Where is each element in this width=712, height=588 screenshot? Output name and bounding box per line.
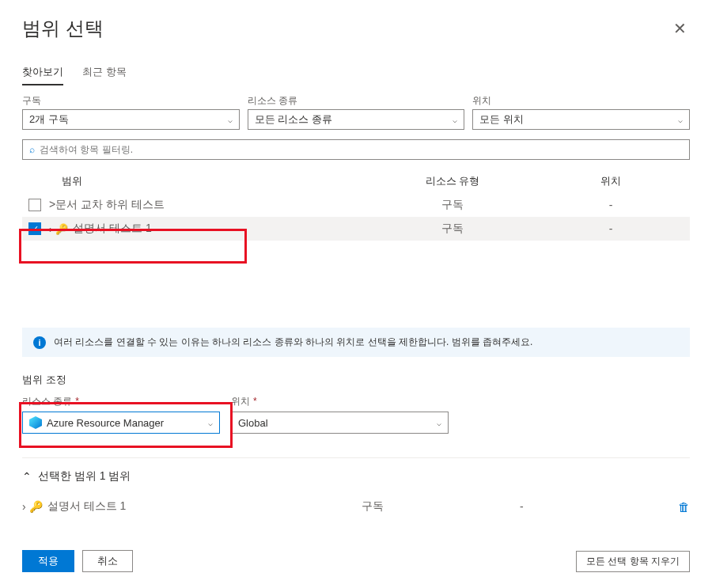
expand-icon[interactable]: › xyxy=(49,223,52,235)
clear-all-button[interactable]: 모든 선택 항목 지우기 xyxy=(576,551,690,572)
row-name: 설명서 테스트 1 xyxy=(73,222,373,236)
narrow-section-title: 범위 조정 xyxy=(22,373,690,387)
subscription-label: 구독 xyxy=(22,94,240,108)
narrow-location-value: Global xyxy=(238,417,432,429)
checkbox[interactable] xyxy=(28,199,41,211)
required-indicator: * xyxy=(75,396,79,407)
tabs: 찾아보기 최근 항목 xyxy=(22,65,690,86)
location-value: 모든 위치 xyxy=(479,112,524,127)
expand-icon[interactable]: › xyxy=(22,500,26,513)
tab-recent[interactable]: 최근 항목 xyxy=(82,65,127,85)
location-select[interactable]: 모든 위치 ⌵ xyxy=(472,109,690,130)
chevron-down-icon: ⌵ xyxy=(453,116,457,124)
info-bar: i 여러 리소스를 연결할 수 있는 이유는 하나의 리소스 종류와 하나의 위… xyxy=(22,328,690,357)
subscription-value: 2개 구독 xyxy=(29,112,69,127)
narrow-location-label: 위치* xyxy=(231,395,449,408)
header-type: 리소스 유형 xyxy=(373,174,532,188)
location-label: 위치 xyxy=(472,94,690,108)
search-icon: ⌕ xyxy=(29,144,35,155)
chevron-down-icon: ⌵ xyxy=(437,419,441,427)
arm-icon xyxy=(29,416,42,429)
close-icon[interactable]: ✕ xyxy=(670,16,690,41)
narrow-location-select[interactable]: Global ⌵ xyxy=(231,412,449,434)
key-icon: 🔑 xyxy=(55,223,68,235)
header-location: 위치 xyxy=(532,174,690,188)
search-input-container[interactable]: ⌕ xyxy=(22,139,690,160)
resourcetype-label: 리소스 종류 xyxy=(248,94,465,108)
header-scope: 범위 xyxy=(22,174,373,188)
narrow-resourcetype-select[interactable]: Azure Resource Manager ⌵ xyxy=(22,412,220,434)
table-row[interactable]: >문서 교차 하위 테스트 구독 - xyxy=(22,193,690,217)
info-icon: i xyxy=(33,336,46,349)
chevron-up-icon: ⌃ xyxy=(22,470,32,483)
selected-location: - xyxy=(520,500,678,513)
chevron-down-icon: ⌵ xyxy=(228,116,233,124)
selected-title: 선택한 범위 1 범위 xyxy=(38,469,131,484)
selected-type: 구독 xyxy=(362,499,520,514)
narrow-resourcetype-label: 리소스 종류* xyxy=(22,395,220,408)
tab-browse[interactable]: 찾아보기 xyxy=(22,65,63,85)
info-text: 여러 리소스를 연결할 수 있는 이유는 하나의 리소스 종류와 하나의 위치로… xyxy=(54,336,532,349)
selected-header[interactable]: ⌃ 선택한 범위 1 범위 xyxy=(22,469,690,484)
selected-name: 설명서 테스트 1 xyxy=(47,499,362,514)
row-name: >문서 교차 하위 테스트 xyxy=(49,198,373,212)
cancel-button[interactable]: 취소 xyxy=(82,550,133,572)
resourcetype-value: 모든 리소스 종류 xyxy=(255,112,332,127)
checkbox-checked[interactable]: ✓ xyxy=(28,222,41,235)
resourcetype-select[interactable]: 모든 리소스 종류 ⌵ xyxy=(248,109,465,130)
row-type: 구독 xyxy=(373,222,532,236)
apply-button[interactable]: 적용 xyxy=(22,550,74,572)
page-title: 범위 선택 xyxy=(22,16,104,41)
selected-row: › 🔑 설명서 테스트 1 구독 - 🗑 xyxy=(22,495,690,518)
table-row[interactable]: ✓ › 🔑 설명서 테스트 1 구독 - xyxy=(22,217,690,241)
trash-icon[interactable]: 🗑 xyxy=(678,500,690,514)
chevron-down-icon: ⌵ xyxy=(678,116,683,124)
row-location: - xyxy=(532,222,690,235)
required-indicator: * xyxy=(253,396,257,407)
narrow-resourcetype-value: Azure Resource Manager xyxy=(47,417,203,429)
row-type: 구독 xyxy=(373,198,532,212)
key-icon: 🔑 xyxy=(29,500,43,513)
subscription-select[interactable]: 2개 구독 ⌵ xyxy=(22,109,240,130)
chevron-down-icon: ⌵ xyxy=(208,419,213,427)
row-location: - xyxy=(532,199,690,211)
search-input[interactable] xyxy=(40,144,683,155)
table-header: 범위 리소스 유형 위치 xyxy=(22,169,690,193)
